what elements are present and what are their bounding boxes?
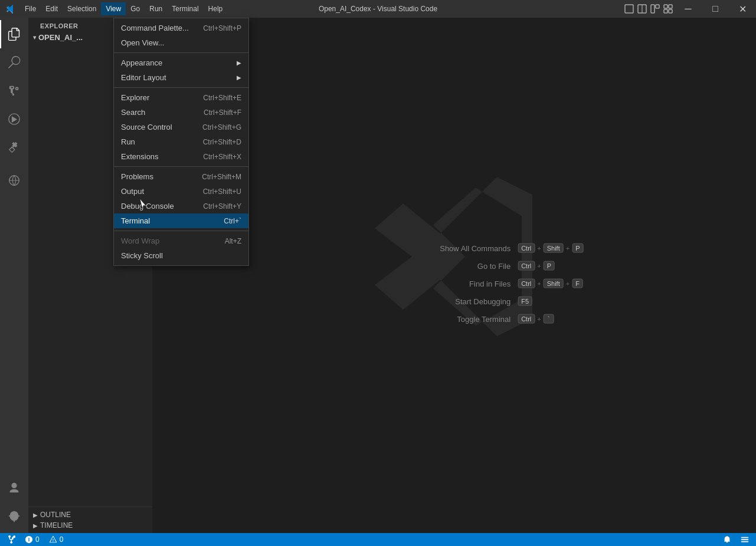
menu-bar: File Edit Selection View Go Run Terminal… bbox=[20, 2, 227, 15]
svg-rect-7 bbox=[664, 9, 667, 13]
submenu-arrow-icon: ▶ bbox=[237, 60, 241, 66]
menu-item-label: Extensions bbox=[121, 152, 191, 161]
menu-item-label: Terminal bbox=[121, 216, 212, 225]
menu-item-shortcut: Ctrl+Shift+P bbox=[203, 24, 241, 32]
menu-editor-layout[interactable]: Editor Layout ▶ bbox=[114, 70, 248, 85]
menu-item-shortcut: Ctrl+Shift+G bbox=[202, 123, 241, 131]
menu-explorer[interactable]: Explorer Ctrl+Shift+E bbox=[114, 90, 248, 105]
menu-item-label: Problems bbox=[121, 172, 190, 181]
menu-item-label: Output bbox=[121, 187, 191, 196]
menu-separator bbox=[114, 87, 248, 88]
menu-command-palette[interactable]: Command Palette... Ctrl+Shift+P bbox=[114, 21, 248, 35]
menu-go[interactable]: Go bbox=[126, 2, 145, 15]
submenu-arrow-icon: ▶ bbox=[237, 74, 241, 81]
menu-extensions[interactable]: Extensions Ctrl+Shift+X bbox=[114, 149, 248, 164]
menu-run[interactable]: Run Ctrl+Shift+D bbox=[114, 134, 248, 149]
menu-item-label: Search bbox=[121, 108, 192, 117]
view-menu-dropdown: Command Palette... Ctrl+Shift+P Open Vie… bbox=[113, 18, 249, 266]
menu-separator bbox=[114, 231, 248, 231]
layout-icon-1[interactable] bbox=[624, 4, 634, 14]
menu-file[interactable]: File bbox=[20, 2, 41, 15]
menu-output[interactable]: Output Ctrl+Shift+U bbox=[114, 184, 248, 199]
menu-source-control[interactable]: Source Control Ctrl+Shift+G bbox=[114, 120, 248, 134]
menu-item-shortcut: Alt+Z bbox=[225, 237, 241, 245]
svg-rect-0 bbox=[625, 5, 633, 13]
layout-icon-3[interactable] bbox=[650, 4, 660, 14]
menu-item-shortcut: Ctrl+Shift+M bbox=[202, 173, 241, 181]
menu-item-shortcut: Ctrl+Shift+F bbox=[204, 108, 241, 117]
menu-item-label: Appearance bbox=[121, 58, 232, 67]
menu-item-label: Editor Layout bbox=[121, 73, 232, 82]
menu-item-shortcut: Ctrl+` bbox=[224, 217, 241, 225]
vscode-icon bbox=[6, 4, 15, 14]
menu-help[interactable]: Help bbox=[204, 2, 228, 15]
maximize-button[interactable]: □ bbox=[702, 0, 729, 18]
menu-item-shortcut: Ctrl+Shift+D bbox=[203, 138, 241, 146]
menu-item-label: Explorer bbox=[121, 93, 191, 102]
menu-item-label: Debug Console bbox=[121, 202, 191, 210]
menu-appearance[interactable]: Appearance ▶ bbox=[114, 55, 248, 70]
layout-icon-4[interactable] bbox=[663, 4, 673, 14]
svg-rect-6 bbox=[669, 5, 672, 8]
menu-item-shortcut: Ctrl+Shift+Y bbox=[203, 202, 241, 210]
menu-run[interactable]: Run bbox=[145, 2, 167, 15]
menu-search[interactable]: Search Ctrl+Shift+F bbox=[114, 105, 248, 120]
menu-debug-console[interactable]: Debug Console Ctrl+Shift+Y bbox=[114, 199, 248, 213]
menu-sticky-scroll[interactable]: Sticky Scroll bbox=[114, 248, 248, 263]
window-title: Open_AI_Codex - Visual Studio Code bbox=[319, 5, 437, 13]
menu-item-label: Open View... bbox=[121, 38, 241, 47]
layout-icon-2[interactable] bbox=[637, 4, 647, 14]
menu-word-wrap[interactable]: Word Wrap Alt+Z bbox=[114, 233, 248, 248]
menu-item-label: Run bbox=[121, 137, 191, 146]
menu-item-label: Word Wrap bbox=[121, 236, 213, 245]
menu-problems[interactable]: Problems Ctrl+Shift+M bbox=[114, 169, 248, 184]
titlebar: File Edit Selection View Go Run Terminal… bbox=[0, 0, 756, 18]
menu-separator bbox=[114, 52, 248, 53]
menu-item-label: Command Palette... bbox=[121, 24, 191, 32]
menu-selection[interactable]: Selection bbox=[63, 2, 101, 15]
svg-rect-5 bbox=[664, 5, 667, 8]
menu-item-shortcut: Ctrl+Shift+U bbox=[203, 188, 241, 196]
window-controls: ─ □ ✕ bbox=[675, 0, 756, 18]
menu-terminal[interactable]: Terminal bbox=[167, 2, 203, 15]
svg-rect-4 bbox=[656, 5, 659, 8]
menu-edit[interactable]: Edit bbox=[41, 2, 63, 15]
minimize-button[interactable]: ─ bbox=[675, 0, 702, 18]
menu-separator bbox=[114, 166, 248, 167]
menu-item-label: Source Control bbox=[121, 123, 191, 131]
close-button[interactable]: ✕ bbox=[729, 0, 756, 18]
svg-rect-8 bbox=[669, 9, 672, 13]
menu-open-view[interactable]: Open View... bbox=[114, 35, 248, 50]
menu-item-shortcut: Ctrl+Shift+X bbox=[203, 153, 241, 161]
menu-item-label: Sticky Scroll bbox=[121, 251, 241, 260]
svg-rect-3 bbox=[651, 5, 654, 13]
menu-item-shortcut: Ctrl+Shift+E bbox=[203, 94, 241, 102]
menu-overlay[interactable]: Command Palette... Ctrl+Shift+P Open Vie… bbox=[0, 18, 756, 546]
menu-view[interactable]: View bbox=[101, 2, 126, 15]
menu-terminal[interactable]: Terminal Ctrl+` bbox=[114, 213, 248, 228]
